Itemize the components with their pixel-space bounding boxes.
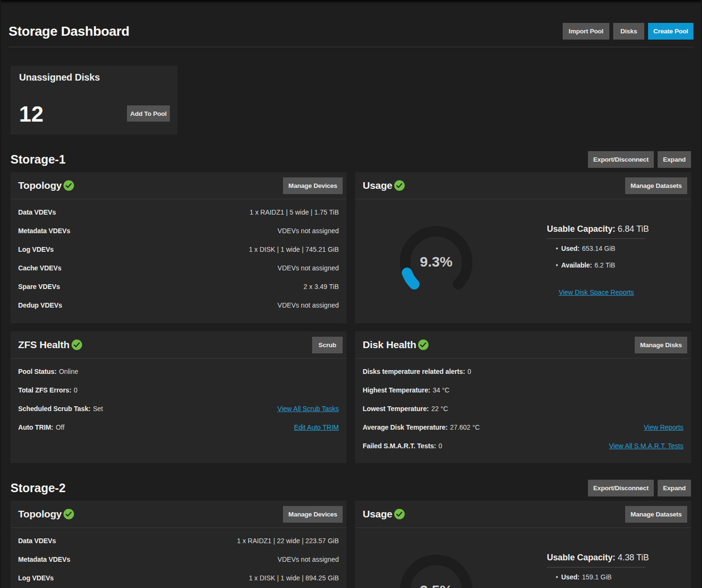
svg-text:9.3%: 9.3%: [420, 254, 452, 269]
svg-text:2.5%: 2.5%: [420, 582, 452, 588]
